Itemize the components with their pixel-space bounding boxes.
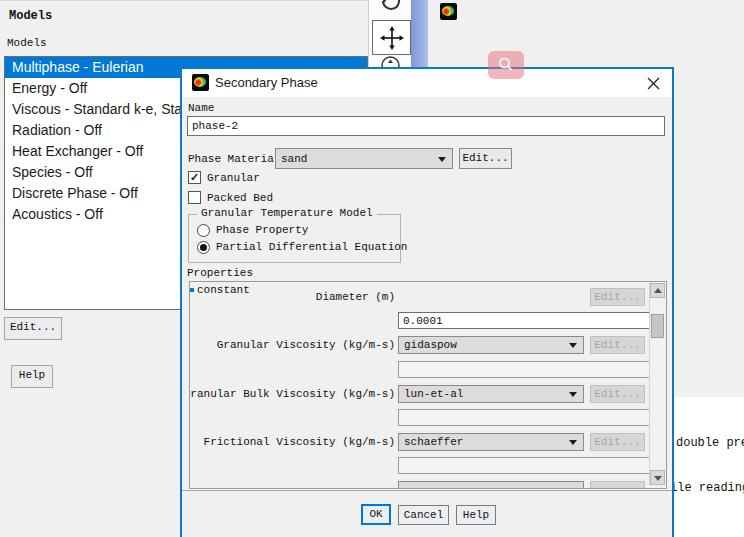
granular-bulk-viscosity-edit-button: Edit... [590, 385, 645, 403]
next-property-combo-partial[interactable] [398, 481, 584, 489]
magnifier-icon [497, 56, 515, 74]
frictional-viscosity-combo[interactable]: schaeffer [398, 433, 584, 451]
rotate-view-icon[interactable] [377, 0, 405, 17]
phase-material-edit-button[interactable]: Edit... [459, 148, 512, 169]
partial-differential-equation-label: Partial Differential Equation [216, 241, 407, 253]
phase-material-label: Phase Material [188, 153, 280, 165]
granular-bulk-viscosity-label: Granular Bulk Viscosity (kg/m-s) [189, 388, 395, 400]
frictional-viscosity-value: schaeffer [404, 436, 463, 448]
granular-temperature-model-label: Granular Temperature Model [197, 207, 377, 219]
chevron-down-icon [569, 440, 577, 445]
granular-checkbox[interactable]: ✓ [188, 171, 201, 184]
granular-label: Granular [207, 172, 260, 184]
dialog-separator [182, 490, 672, 491]
granular-viscosity-combo[interactable]: gidaspow [398, 336, 584, 354]
granular-viscosity-label: Granular Viscosity (kg/m-s) [217, 339, 395, 351]
diameter-value: constant [197, 284, 250, 296]
diameter-combo[interactable]: constant [190, 288, 194, 292]
granular-bulk-viscosity-value: lun-et-al [404, 388, 463, 400]
models-panel-title: Models [9, 9, 52, 23]
scroll-down-icon[interactable] [650, 470, 665, 485]
chevron-down-icon [569, 392, 577, 397]
fluent-app-window: Models Models Multiphase - Eulerian Ener… [0, 0, 744, 537]
pan-tool-button[interactable] [372, 20, 411, 55]
packed-bed-checkbox[interactable] [188, 191, 201, 204]
models-edit-button[interactable]: Edit... [4, 317, 62, 340]
next-property-edit-partial [590, 481, 645, 489]
name-label: Name [188, 102, 214, 114]
granular-bulk-viscosity-combo[interactable]: lun-et-al [398, 385, 584, 403]
granular-temperature-model-group: Granular Temperature Model Phase Propert… [188, 214, 401, 263]
frictional-viscosity-label: Frictional Viscosity (kg/m-s) [204, 436, 395, 448]
diameter-label: Diameter (m) [316, 291, 395, 303]
phase-material-combo[interactable]: sand [275, 148, 453, 169]
secondary-phase-dialog: Secondary Phase Name Phase Material sand… [180, 67, 674, 537]
dialog-title: Secondary Phase [215, 75, 318, 90]
frictional-viscosity-value-input[interactable] [398, 457, 650, 474]
properties-label: Properties [187, 267, 253, 279]
pan-arrows-icon [380, 26, 404, 50]
diameter-value-input[interactable] [398, 312, 650, 329]
phase-material-value: sand [281, 153, 307, 165]
scroll-up-icon[interactable] [650, 283, 665, 298]
console-line-1: double pre [676, 436, 744, 450]
phase-property-label: Phase Property [216, 224, 308, 236]
cancel-button[interactable]: Cancel [398, 505, 449, 525]
models-list-label: Models [7, 37, 47, 49]
diameter-edit-button: Edit... [590, 288, 645, 306]
name-input[interactable] [187, 116, 665, 136]
phase-property-radio[interactable] [197, 224, 210, 237]
properties-group: Diameter (m) constant Edit... Granular V… [189, 281, 667, 489]
chevron-down-icon [569, 343, 577, 348]
granular-bulk-viscosity-value-input[interactable] [398, 409, 650, 426]
models-help-button[interactable]: Help [11, 365, 53, 388]
granular-viscosity-value-input[interactable] [398, 361, 650, 378]
console-line-2: ile reading [670, 481, 744, 495]
packed-bed-label: Packed Bed [207, 192, 273, 204]
fluent-app-icon [440, 3, 457, 20]
help-button[interactable]: Help [456, 505, 496, 525]
granular-viscosity-value: gidaspow [404, 339, 457, 351]
dialog-titlebar[interactable]: Secondary Phase [182, 69, 672, 97]
granular-viscosity-edit-button: Edit... [590, 336, 645, 354]
partial-differential-equation-radio[interactable] [197, 241, 210, 254]
click-highlight-overlay [488, 51, 524, 79]
frictional-viscosity-edit-button: Edit... [590, 433, 645, 451]
dialog-fluent-icon [192, 74, 209, 91]
ok-button[interactable]: OK [361, 504, 391, 525]
close-icon[interactable] [640, 73, 666, 93]
scrollbar-thumb[interactable] [651, 314, 664, 338]
properties-scrollbar[interactable] [649, 283, 665, 485]
chevron-down-icon [438, 157, 446, 162]
